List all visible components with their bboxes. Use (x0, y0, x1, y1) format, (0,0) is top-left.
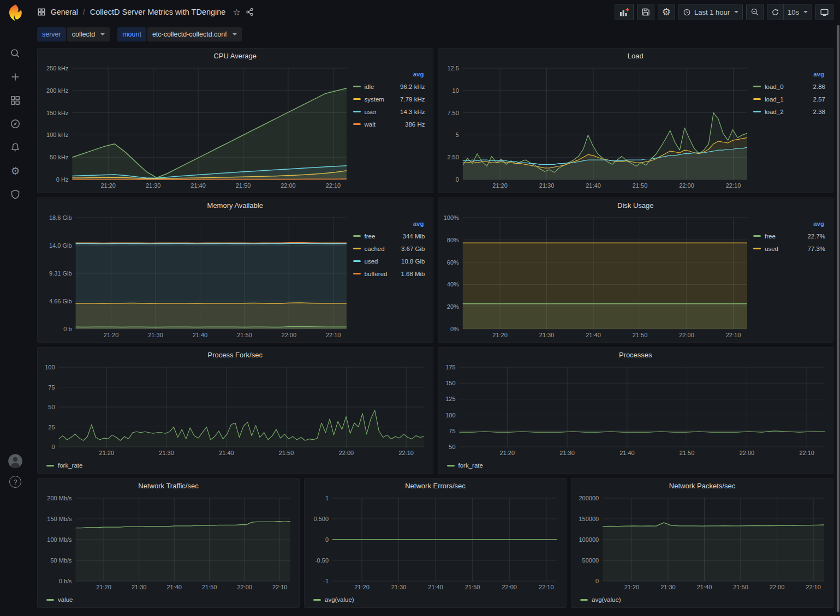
legend-item[interactable]: avg(value) (580, 596, 621, 603)
series-color-marker (353, 235, 361, 237)
svg-text:100: 100 (45, 364, 55, 370)
svg-text:22:10: 22:10 (272, 584, 288, 590)
legend-item[interactable]: avg(value) (313, 596, 354, 603)
svg-text:22:00: 22:00 (281, 182, 296, 189)
svg-text:21:20: 21:20 (99, 450, 115, 456)
variable-mount-value-dropdown[interactable]: etc-collectd-collectd.conf (147, 27, 242, 41)
refresh-interval-dropdown[interactable]: 10s (783, 4, 812, 20)
legend-item[interactable]: value (46, 596, 73, 603)
configuration-gear-icon[interactable]: ⚙ (9, 164, 22, 177)
legend-item[interactable]: cached3.67 Gib (353, 242, 425, 255)
legend-value-header: avg (353, 218, 425, 230)
alerting-bell-icon[interactable] (9, 141, 22, 154)
create-icon[interactable] (9, 70, 22, 83)
svg-text:200 Mb/s: 200 Mb/s (47, 495, 72, 501)
svg-text:175: 175 (445, 364, 455, 370)
share-icon[interactable] (246, 8, 254, 16)
search-icon[interactable] (9, 47, 22, 60)
caret-down-icon (100, 33, 105, 35)
legend-item[interactable]: load_22.38 (753, 105, 825, 118)
svg-text:22:00: 22:00 (679, 332, 694, 338)
process-fork-chart[interactable]: 025507510021:2021:3021:4021:5022:0022:10 (41, 362, 430, 459)
svg-text:100 kHz: 100 kHz (46, 131, 68, 138)
save-dashboard-button[interactable] (637, 4, 654, 20)
cpu-average-chart[interactable]: 0 Hz50 kHz100 kHz150 kHz200 kHz250 kHz21… (41, 63, 352, 192)
svg-text:0 Hz: 0 Hz (56, 176, 69, 183)
svg-text:21:20: 21:20 (100, 182, 116, 189)
panel-title[interactable]: Network Errors/sec (305, 479, 566, 493)
explore-compass-icon[interactable] (9, 117, 22, 130)
help-icon[interactable]: ? (9, 476, 21, 488)
sidebar-bottom: ? (0, 454, 31, 488)
svg-text:0%: 0% (450, 326, 458, 332)
series-color-marker (353, 273, 361, 274)
panel-title[interactable]: Load (438, 49, 833, 63)
svg-text:50: 50 (449, 444, 455, 450)
memory-available-chart[interactable]: 0 b4.66 Gib9.31 Gib14.0 Gib18.6 Gib21:20… (41, 212, 352, 341)
series-name: used (765, 246, 778, 252)
legend-item[interactable]: used10.8 Gib (353, 255, 425, 267)
variable-server-value-dropdown[interactable]: collectd (67, 27, 110, 41)
legend-item[interactable]: used77.3% (753, 242, 825, 255)
network-packets-chart[interactable]: 05000010000015000020000021:2021:3021:402… (575, 493, 830, 593)
navbar-actions: ⚙ Last 1 hour 10s (615, 4, 833, 20)
legend-item[interactable]: system7.79 kHz (353, 93, 425, 105)
svg-text:21:30: 21:30 (148, 332, 163, 338)
tv-kiosk-button[interactable] (815, 4, 833, 20)
star-icon[interactable]: ☆ (233, 7, 240, 17)
svg-text:21:50: 21:50 (202, 584, 217, 590)
legend-item[interactable]: fork_rate (447, 462, 483, 469)
legend-item[interactable]: fork_rate (46, 462, 82, 469)
caret-down-icon (233, 33, 237, 35)
panel-title[interactable]: Memory Available (38, 198, 433, 212)
network-traffic-chart[interactable]: 0 b/s50 Mb/s100 Mb/s150 Mb/s200 Mb/s21:2… (41, 493, 296, 593)
svg-text:21:50: 21:50 (279, 450, 294, 456)
panel-title[interactable]: Disk Usage (438, 198, 833, 212)
panel-cpu-average: CPU Average 0 Hz50 kHz100 kHz150 kHz200 … (37, 48, 433, 193)
dashboards-icon[interactable] (9, 94, 22, 107)
legend-item[interactable]: idle96.2 kHz (353, 80, 425, 93)
time-range-picker[interactable]: Last 1 hour (678, 4, 743, 20)
disk-usage-chart[interactable]: 0%20%40%60%80%100%21:2021:3021:4021:5022… (442, 212, 753, 341)
zoom-out-button[interactable] (746, 4, 764, 20)
load-chart[interactable]: 02.5057.501012.521:2021:3021:4021:5022:0… (442, 63, 753, 192)
svg-text:21:30: 21:30 (146, 182, 161, 189)
svg-text:22:10: 22:10 (326, 332, 341, 338)
panel-title[interactable]: CPU Average (38, 49, 433, 63)
panel-processes: Processes 507510012515017521:2021:3021:4… (438, 347, 834, 474)
panel-process-fork: Process Fork/sec 025507510021:2021:3021:… (37, 347, 433, 474)
variable-server: server collectd (37, 27, 110, 41)
legend-item[interactable]: user14.3 kHz (353, 105, 425, 118)
user-avatar[interactable] (8, 454, 22, 468)
network-errors-chart[interactable]: -1-0.5000.500121:2021:3021:4021:5022:002… (308, 493, 563, 593)
page-scrollbar[interactable] (837, 25, 839, 612)
add-panel-button[interactable] (615, 4, 634, 20)
server-admin-shield-icon[interactable] (9, 188, 22, 201)
series-avg-value: 2.57 (808, 96, 825, 103)
sidebar-nav: ⚙ (9, 47, 22, 201)
series-avg-value: 1.68 Mib (395, 271, 425, 277)
panel-title[interactable]: Process Fork/sec (38, 348, 433, 362)
refresh-interval-label: 10s (788, 8, 799, 16)
series-avg-value: 7.79 kHz (395, 96, 425, 103)
panel-title[interactable]: Network Traffic/sec (38, 479, 299, 493)
grafana-logo[interactable] (6, 3, 25, 22)
legend-item[interactable]: free344 Mib (353, 230, 425, 242)
variable-mount-value: etc-collectd-collectd.conf (152, 31, 227, 38)
legend-item[interactable]: wait386 Hz (353, 118, 425, 130)
panel-title[interactable]: Network Packets/sec (571, 479, 833, 493)
svg-text:21:40: 21:40 (166, 584, 182, 590)
refresh-button[interactable] (767, 4, 783, 20)
series-color-marker (46, 599, 54, 601)
legend-item[interactable]: load_12.57 (753, 93, 825, 105)
processes-chart[interactable]: 507510012515017521:2021:3021:4021:5022:0… (442, 362, 830, 459)
breadcrumb-general-link[interactable]: General (51, 8, 78, 16)
dashboard-settings-button[interactable]: ⚙ (658, 4, 675, 20)
legend-item[interactable]: free22.7% (753, 230, 825, 242)
svg-text:4.66 Gib: 4.66 Gib (49, 298, 72, 304)
panel-title[interactable]: Processes (438, 348, 833, 362)
dashboard-title[interactable]: CollectD Server Metrics with TDengine (90, 8, 226, 16)
svg-text:14.0 Gib: 14.0 Gib (49, 242, 72, 249)
legend-item[interactable]: load_02.86 (753, 80, 825, 93)
legend-item[interactable]: buffered1.68 Mib (353, 267, 425, 280)
